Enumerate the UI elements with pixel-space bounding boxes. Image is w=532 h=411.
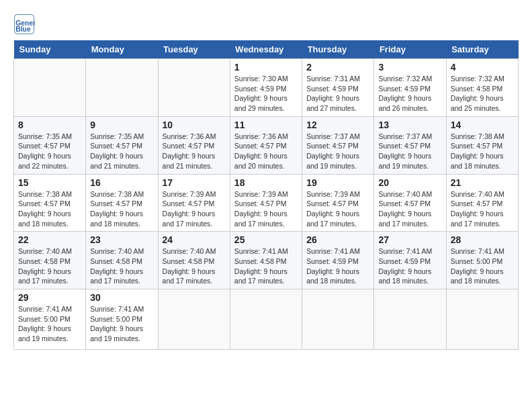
day-info: Sunrise: 7:35 AM Sunset: 4:57 PM Dayligh… [90,132,153,171]
calendar-cell: 16 Sunrise: 7:38 AM Sunset: 4:57 PM Dayl… [86,174,158,232]
weekday-header: Wednesday [230,40,302,59]
sunrise-label: Sunrise: 7:35 AM [90,132,144,140]
sunset-label: Sunset: 4:57 PM [18,199,71,208]
day-number: 12 [306,120,369,130]
daylight-label: Daylight: 9 hours and 17 minutes. [234,210,287,228]
sunrise-label: Sunrise: 7:31 AM [306,75,360,83]
day-number: 17 [163,177,226,188]
day-info: Sunrise: 7:36 AM Sunset: 4:57 PM Dayligh… [163,132,226,171]
calendar-cell: 17 Sunrise: 7:39 AM Sunset: 4:57 PM Dayl… [158,174,230,232]
calendar-cell: 22 Sunrise: 7:40 AM Sunset: 4:58 PM Dayl… [14,232,86,289]
sunset-label: Sunset: 4:58 PM [234,257,287,265]
day-number: 27 [378,234,441,245]
sunset-label: Sunset: 4:57 PM [378,142,431,150]
sunset-label: Sunset: 5:00 PM [451,257,503,265]
calendar-cell [158,59,230,117]
day-number: 26 [306,234,369,245]
sunrise-label: Sunrise: 7:41 AM [90,305,144,313]
day-info: Sunrise: 7:40 AM Sunset: 4:58 PM Dayligh… [90,246,153,286]
day-info: Sunrise: 7:40 AM Sunset: 4:58 PM Dayligh… [163,246,226,286]
day-number: 24 [163,234,226,245]
sunset-label: Sunset: 4:59 PM [378,85,431,93]
calendar-cell: 10 Sunrise: 7:36 AM Sunset: 4:57 PM Dayl… [158,116,230,174]
sunrise-label: Sunrise: 7:40 AM [18,247,72,255]
day-number: 3 [378,62,441,73]
sunrise-label: Sunrise: 7:41 AM [378,247,432,255]
calendar-cell: 15 Sunrise: 7:38 AM Sunset: 4:57 PM Dayl… [14,174,86,232]
sunset-label: Sunset: 4:57 PM [378,199,431,208]
sunset-label: Sunset: 4:57 PM [90,142,142,150]
daylight-label: Daylight: 9 hours and 17 minutes. [306,210,359,228]
sunset-label: Sunset: 4:58 PM [18,257,71,265]
svg-text:Blue: Blue [15,26,31,33]
sunrise-label: Sunrise: 7:37 AM [306,132,360,140]
sunset-label: Sunset: 5:00 PM [18,315,71,323]
day-number: 20 [378,177,441,188]
day-info: Sunrise: 7:40 AM Sunset: 4:57 PM Dayligh… [451,189,514,229]
sunrise-label: Sunrise: 7:41 AM [234,247,288,255]
day-info: Sunrise: 7:32 AM Sunset: 4:59 PM Dayligh… [378,74,441,113]
day-number: 28 [451,234,514,245]
day-info: Sunrise: 7:41 AM Sunset: 4:59 PM Dayligh… [378,246,441,286]
sunset-label: Sunset: 4:57 PM [306,199,359,208]
sunset-label: Sunset: 4:57 PM [163,199,215,208]
calendar-cell: 14 Sunrise: 7:38 AM Sunset: 4:57 PM Dayl… [446,116,518,174]
calendar-cell: 11 Sunrise: 7:36 AM Sunset: 4:57 PM Dayl… [230,116,302,174]
day-number: 25 [234,234,298,245]
daylight-label: Daylight: 9 hours and 17 minutes. [378,210,431,228]
day-info: Sunrise: 7:39 AM Sunset: 4:57 PM Dayligh… [306,189,369,229]
day-number: 23 [90,234,153,245]
calendar-cell: 30 Sunrise: 7:41 AM Sunset: 5:00 PM Dayl… [86,289,158,350]
day-number: 29 [18,292,81,303]
sunset-label: Sunset: 4:59 PM [378,257,431,265]
day-info: Sunrise: 7:30 AM Sunset: 4:59 PM Dayligh… [234,74,298,113]
day-info: Sunrise: 7:41 AM Sunset: 5:00 PM Dayligh… [18,304,81,344]
day-number: 22 [18,234,81,245]
weekday-header: Monday [86,40,158,59]
daylight-label: Daylight: 9 hours and 18 minutes. [306,267,359,285]
sunrise-label: Sunrise: 7:32 AM [451,75,504,83]
calendar-cell: 29 Sunrise: 7:41 AM Sunset: 5:00 PM Dayl… [14,289,86,350]
sunset-label: Sunset: 4:58 PM [451,85,503,93]
calendar-cell: 20 Sunrise: 7:40 AM Sunset: 4:57 PM Dayl… [374,174,446,232]
daylight-label: Daylight: 9 hours and 17 minutes. [163,267,216,285]
daylight-label: Daylight: 9 hours and 27 minutes. [306,94,359,112]
sunset-label: Sunset: 4:59 PM [306,85,359,93]
calendar-cell: 18 Sunrise: 7:39 AM Sunset: 4:57 PM Dayl… [230,174,302,232]
daylight-label: Daylight: 9 hours and 19 minutes. [378,152,431,170]
day-info: Sunrise: 7:39 AM Sunset: 4:57 PM Dayligh… [163,189,226,229]
day-info: Sunrise: 7:40 AM Sunset: 4:57 PM Dayligh… [378,189,441,229]
calendar-cell [230,289,302,350]
day-info: Sunrise: 7:36 AM Sunset: 4:57 PM Dayligh… [234,132,298,171]
sunset-label: Sunset: 4:57 PM [306,142,359,150]
daylight-label: Daylight: 9 hours and 17 minutes. [18,267,71,285]
daylight-label: Daylight: 9 hours and 18 minutes. [378,267,431,285]
daylight-label: Daylight: 9 hours and 17 minutes. [451,210,504,228]
sunrise-label: Sunrise: 7:38 AM [451,132,504,140]
calendar-cell: 19 Sunrise: 7:39 AM Sunset: 4:57 PM Dayl… [302,174,374,232]
day-number: 21 [451,177,514,188]
day-number: 13 [378,120,441,130]
calendar-cell: 13 Sunrise: 7:37 AM Sunset: 4:57 PM Dayl… [374,116,446,174]
daylight-label: Daylight: 9 hours and 18 minutes. [451,152,504,170]
page-header: General Blue [13,13,519,35]
day-number: 19 [306,177,369,188]
daylight-label: Daylight: 9 hours and 19 minutes. [18,324,71,342]
sunset-label: Sunset: 4:57 PM [234,142,287,150]
sunrise-label: Sunrise: 7:39 AM [306,190,360,198]
logo: General Blue [13,13,38,35]
calendar-cell: 9 Sunrise: 7:35 AM Sunset: 4:57 PM Dayli… [86,116,158,174]
sunrise-label: Sunrise: 7:36 AM [234,132,288,140]
day-number: 4 [451,62,514,73]
daylight-label: Daylight: 9 hours and 17 minutes. [90,267,143,285]
weekday-header: Saturday [446,40,518,59]
calendar-cell: 26 Sunrise: 7:41 AM Sunset: 4:59 PM Dayl… [302,232,374,289]
day-number: 9 [90,120,153,130]
calendar-cell: 24 Sunrise: 7:40 AM Sunset: 4:58 PM Dayl… [158,232,230,289]
sunrise-label: Sunrise: 7:38 AM [18,190,72,198]
sunset-label: Sunset: 4:57 PM [451,199,503,208]
daylight-label: Daylight: 9 hours and 26 minutes. [378,94,431,112]
sunrise-label: Sunrise: 7:36 AM [163,132,216,140]
day-info: Sunrise: 7:35 AM Sunset: 4:57 PM Dayligh… [18,132,81,171]
calendar-cell [446,289,518,350]
